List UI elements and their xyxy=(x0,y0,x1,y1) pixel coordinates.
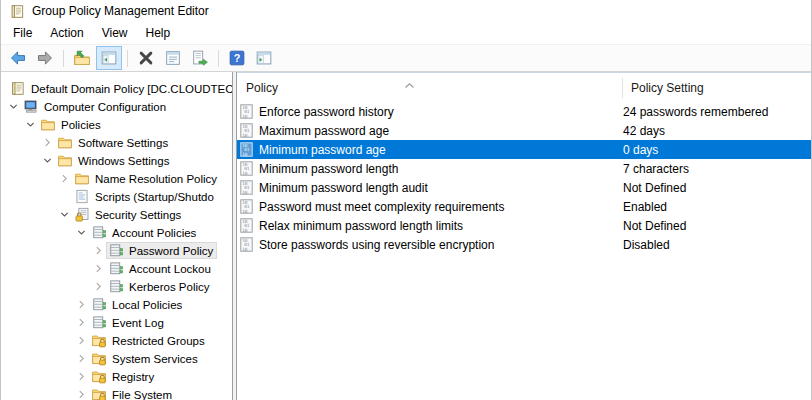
computer-icon xyxy=(23,99,39,114)
column-header-policy-setting[interactable]: Policy Setting xyxy=(623,81,811,95)
policy-cell: 100110Password must meet complexity requ… xyxy=(237,199,623,214)
policy-name: Store passwords using reversible encrypt… xyxy=(259,238,494,252)
tree-item-event-log[interactable]: Event Log xyxy=(1,313,232,331)
forward-arrow-icon xyxy=(36,49,54,67)
export-list-button[interactable] xyxy=(187,46,213,70)
tree-item-software-settings[interactable]: Software Settings xyxy=(1,133,232,151)
chevron-expanded-icon[interactable] xyxy=(6,99,21,114)
menu-help[interactable]: Help xyxy=(137,23,180,43)
policy-doc-icon: 100110 xyxy=(240,199,253,214)
tree-item-security-settings[interactable]: Security Settings xyxy=(1,205,232,223)
folder-icon xyxy=(40,117,56,132)
tree-item-name-resolution-policy[interactable]: Name Resolution Policy xyxy=(1,169,232,187)
console-tree-pane: Default Domain Policy [DC.CLOUDTECComput… xyxy=(1,72,233,400)
svg-text:10: 10 xyxy=(242,209,248,214)
tree-item-scripts-startup-shutdo[interactable]: Scripts (Startup/Shutdo xyxy=(1,187,232,205)
policy-doc-icon: 100110 xyxy=(240,123,253,138)
back-arrow-icon xyxy=(9,49,27,67)
chevron-collapsed-icon[interactable] xyxy=(57,171,72,186)
tree-item-registry[interactable]: Registry xyxy=(1,367,232,385)
policy-doc-icon: 100110 xyxy=(240,180,253,195)
title-bar: Group Policy Management Editor xyxy=(1,0,811,22)
svg-text:10: 10 xyxy=(242,247,248,252)
window-title: Group Policy Management Editor xyxy=(32,4,209,18)
tree-item-label: File System xyxy=(112,388,172,400)
tree-item-label: Local Policies xyxy=(112,298,182,311)
show-console-tree-button[interactable] xyxy=(96,46,122,70)
tree-item-system-services[interactable]: System Services xyxy=(1,349,232,367)
tree-item-body: Kerberos Policy xyxy=(106,278,214,295)
toolbar-separator xyxy=(63,50,64,67)
policy-row-relax-minimum-password-length-limits[interactable]: 100110Relax minimum password length limi… xyxy=(237,216,811,235)
tree-item-label: Software Settings xyxy=(78,136,168,149)
chevron-collapsed-icon[interactable] xyxy=(74,369,89,384)
chevron-collapsed-icon[interactable] xyxy=(91,279,106,294)
tree-item-default-domain-policy-dc-cloudtec[interactable]: Default Domain Policy [DC.CLOUDTEC xyxy=(1,79,232,97)
tree-item-account-lockou[interactable]: Account Lockou xyxy=(1,259,232,277)
menu-bar: FileActionViewHelp xyxy=(1,22,811,44)
policy-table-icon xyxy=(108,243,124,258)
chevron-collapsed-icon[interactable] xyxy=(91,243,106,258)
tree-item-account-policies[interactable]: Account Policies xyxy=(1,223,232,241)
policy-row-minimum-password-length[interactable]: 100110Minimum password length7 character… xyxy=(237,159,811,178)
back-button[interactable] xyxy=(5,46,31,70)
chevron-collapsed-icon[interactable] xyxy=(74,315,89,330)
chevron-expanded-icon[interactable] xyxy=(57,207,72,222)
tree-item-password-policy[interactable]: Password Policy xyxy=(1,241,232,259)
tree-item-policies[interactable]: Policies xyxy=(1,115,232,133)
tree-item-windows-settings[interactable]: Windows Settings xyxy=(1,151,232,169)
chevron-collapsed-icon[interactable] xyxy=(40,135,55,150)
tree-item-file-system[interactable]: File System xyxy=(1,385,232,400)
policy-name: Maximum password age xyxy=(259,124,389,138)
tree-item-body: Restricted Groups xyxy=(89,332,209,349)
chevron-expanded-icon[interactable] xyxy=(40,153,55,168)
chevron-collapsed-icon[interactable] xyxy=(74,387,89,400)
policy-row-maximum-password-age[interactable]: 100110Maximum password age42 days xyxy=(237,121,811,140)
policy-cell: 100110Relax minimum password length limi… xyxy=(237,218,623,233)
delete-button[interactable] xyxy=(133,46,159,70)
svg-text:10: 10 xyxy=(242,152,248,157)
folder-lock-icon xyxy=(91,351,107,366)
tree-item-kerberos-policy[interactable]: Kerberos Policy xyxy=(1,277,232,295)
policy-row-minimum-password-length-audit[interactable]: 100110Minimum password length auditNot D… xyxy=(237,178,811,197)
chevron-collapsed-icon[interactable] xyxy=(91,261,106,276)
chevron-collapsed-icon[interactable] xyxy=(74,297,89,312)
up-one-level-button[interactable] xyxy=(69,46,95,70)
chevron-expanded-icon[interactable] xyxy=(74,225,89,240)
policy-row-minimum-password-age[interactable]: 100110Minimum password age0 days xyxy=(237,140,811,159)
help-button[interactable]: ? xyxy=(224,46,250,70)
tree-item-label: Account Policies xyxy=(112,226,196,239)
gpme-window: Group Policy Management Editor FileActio… xyxy=(0,0,812,400)
policy-row-store-passwords-using-reversible-encryption[interactable]: 100110Store passwords using reversible e… xyxy=(237,235,811,254)
policy-name: Minimum password age xyxy=(259,143,386,157)
column-header-policy[interactable]: Policy xyxy=(237,78,623,98)
tree-item-restricted-groups[interactable]: Restricted Groups xyxy=(1,331,232,349)
tree-item-body: Event Log xyxy=(89,314,168,331)
chevron-expanded-icon[interactable] xyxy=(23,117,38,132)
delete-x-icon xyxy=(137,49,155,67)
policy-row-password-must-meet-complexity-requirements[interactable]: 100110Password must meet complexity requ… xyxy=(237,197,811,216)
tree-item-label: Default Domain Policy [DC.CLOUDTEC xyxy=(31,82,233,95)
chevron-collapsed-icon[interactable] xyxy=(74,351,89,366)
menu-action[interactable]: Action xyxy=(41,23,92,43)
menu-file[interactable]: File xyxy=(4,23,41,43)
menu-view[interactable]: View xyxy=(93,23,137,43)
policy-setting-value: Not Defined xyxy=(623,219,811,233)
tree-item-label: Event Log xyxy=(112,316,164,329)
tree-item-label: Account Lockou xyxy=(129,262,211,275)
action-pane-icon xyxy=(255,49,273,67)
properties-button[interactable] xyxy=(160,46,186,70)
tree-item-label: System Services xyxy=(112,352,198,365)
chevron-collapsed-icon[interactable] xyxy=(74,333,89,348)
show-action-pane-button[interactable] xyxy=(251,46,277,70)
svg-text:10: 10 xyxy=(242,190,248,195)
svg-text:10: 10 xyxy=(242,228,248,233)
policy-cell: 100110Minimum password length xyxy=(237,161,623,176)
forward-button[interactable] xyxy=(32,46,58,70)
tree-item-body: Local Policies xyxy=(89,296,186,313)
security-lock-icon xyxy=(74,207,90,222)
tree-item-label: Kerberos Policy xyxy=(129,280,210,293)
tree-item-computer-configuration[interactable]: Computer Configuration xyxy=(1,97,232,115)
policy-row-enforce-password-history[interactable]: 100110Enforce password history24 passwor… xyxy=(237,102,811,121)
tree-item-local-policies[interactable]: Local Policies xyxy=(1,295,232,313)
